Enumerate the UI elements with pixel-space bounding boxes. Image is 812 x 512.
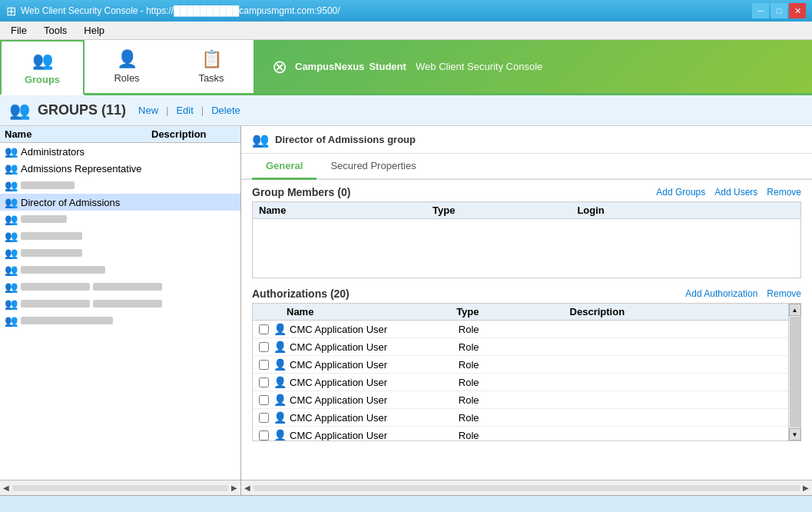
list-item[interactable]: 👥: [0, 177, 240, 194]
menu-tools[interactable]: Tools: [36, 23, 75, 38]
auth-type: Role: [459, 359, 572, 371]
title-bar: ⊞ Web Client Security Console - https://…: [0, 0, 812, 22]
scroll-right-btn[interactable]: ▶: [803, 484, 809, 492]
auth-type: Role: [459, 412, 572, 424]
delete-button[interactable]: Delete: [211, 105, 240, 116]
groups-title: GROUPS (11): [38, 102, 126, 118]
scroll-left-arrow[interactable]: ◀: [3, 484, 9, 492]
group-name: Admissions Representative: [21, 163, 236, 175]
auth-checkbox[interactable]: [259, 395, 269, 405]
group-detail-title: Director of Admissions group: [275, 134, 416, 145]
roles-tab-icon: 👤: [117, 49, 138, 69]
add-authorization-link[interactable]: Add Authorization: [685, 288, 757, 299]
auth-checkbox[interactable]: [259, 360, 269, 370]
auth-checkbox[interactable]: [259, 342, 269, 352]
user-icon: 👤: [273, 341, 287, 353]
product-name: Student: [369, 61, 406, 72]
right-panel-header: 👥 Director of Admissions group: [241, 126, 812, 154]
list-item[interactable]: 👥: [0, 244, 240, 261]
tab-secured-properties[interactable]: Secured Properties: [317, 154, 429, 180]
user-icon: 👤: [273, 358, 287, 371]
scroll-right-arrow[interactable]: ▶: [231, 484, 237, 492]
user-icon: 👤: [273, 429, 287, 441]
group-icon: 👥: [5, 230, 18, 242]
auth-type: Role: [459, 394, 572, 406]
list-item[interactable]: 👥: [0, 312, 240, 329]
right-panel-inner: Group Members (0) Add Groups Add Users R…: [241, 180, 812, 480]
add-groups-link[interactable]: Add Groups: [656, 187, 705, 198]
brand-name: CampusNexus: [295, 61, 364, 72]
status-bar: [0, 495, 812, 512]
auth-name: CMC Application User: [290, 412, 459, 424]
auth-row: 👤 CMC Application User Role: [253, 427, 788, 441]
auth-checkbox[interactable]: [259, 377, 269, 387]
auth-checkbox[interactable]: [259, 413, 269, 423]
tab-tasks[interactable]: 📋 Tasks: [169, 40, 254, 93]
scroll-left-btn[interactable]: ◀: [244, 484, 250, 492]
remove-auth-link[interactable]: Remove: [767, 288, 801, 299]
list-item[interactable]: 👥: [0, 295, 240, 312]
auth-table: Name Type Description 👤 CMC Application …: [253, 304, 788, 441]
auth-row: 👤 CMC Application User Role: [253, 409, 788, 427]
list-item[interactable]: 👥: [0, 211, 240, 228]
list-item[interactable]: 👥 Administrators: [0, 143, 240, 160]
auth-type: Role: [459, 324, 572, 335]
tab-groups[interactable]: 👥 Groups: [0, 40, 85, 95]
auth-name: CMC Application User: [290, 324, 459, 335]
menu-help[interactable]: Help: [76, 23, 112, 38]
app-icon: ⊞: [6, 4, 16, 18]
auth-checkbox[interactable]: [259, 324, 269, 334]
auth-col-desc: Description: [570, 306, 782, 318]
auth-row: 👤 CMC Application User Role: [253, 374, 788, 391]
main-content: Name Description 👥 Administrators 👥 Admi…: [0, 126, 812, 495]
scroll-up-btn[interactable]: ▲: [789, 304, 801, 316]
scroll-down-btn[interactable]: ▼: [789, 428, 801, 441]
new-button[interactable]: New: [138, 105, 158, 116]
members-section-title: Group Members (0): [252, 186, 350, 198]
list-item-selected[interactable]: 👥 Director of Admissions: [0, 194, 240, 211]
list-item[interactable]: 👥 Admissions Representative: [0, 160, 240, 177]
close-button[interactable]: ✕: [789, 3, 806, 18]
secured-tab-label: Secured Properties: [330, 160, 416, 171]
list-item[interactable]: 👥: [0, 228, 240, 244]
auth-section-title: Authorizations (20): [252, 288, 350, 300]
add-users-link[interactable]: Add Users: [714, 187, 757, 198]
auth-col-type: Type: [456, 306, 569, 318]
brand-logo: ⊗: [272, 56, 287, 78]
user-icon: 👤: [273, 411, 287, 424]
remove-members-link[interactable]: Remove: [767, 187, 801, 198]
group-icon: 👥: [5, 264, 18, 276]
menu-file[interactable]: File: [3, 23, 35, 38]
groups-header-icon: 👥: [9, 101, 30, 121]
auth-scrollbar: ▲ ▼: [788, 304, 800, 441]
left-panel-scrollbar: ◀ ▶: [0, 480, 240, 495]
auth-type: Role: [459, 377, 572, 388]
minimize-button[interactable]: ─: [752, 3, 769, 18]
auth-name: CMC Application User: [290, 377, 459, 388]
group-name: [21, 231, 236, 242]
auth-table-header: Name Type Description: [253, 304, 788, 321]
tab-general[interactable]: General: [252, 154, 317, 180]
group-icon: 👥: [5, 179, 18, 191]
auth-table-container: Name Type Description 👤 CMC Application …: [252, 303, 801, 441]
list-item[interactable]: 👥: [0, 261, 240, 278]
members-section-header: Group Members (0) Add Groups Add Users R…: [252, 186, 801, 198]
group-icon: 👥: [5, 145, 18, 158]
restore-button[interactable]: □: [771, 3, 787, 18]
auth-checkbox[interactable]: [259, 431, 269, 441]
user-icon: 👤: [273, 394, 287, 406]
scrollbar-thumb[interactable]: [790, 317, 800, 427]
tasks-tab-label: Tasks: [198, 72, 224, 84]
group-name: [21, 283, 236, 291]
group-members-section: Group Members (0) Add Groups Add Users R…: [241, 180, 812, 281]
list-item[interactable]: 👥: [0, 278, 240, 295]
group-icon: 👥: [5, 196, 18, 208]
menu-bar: File Tools Help: [0, 22, 812, 40]
right-panel-hscroll: ◀ ▶: [241, 480, 812, 495]
edit-button[interactable]: Edit: [176, 105, 193, 116]
user-icon: 👤: [273, 323, 287, 335]
members-table: Name Type Login: [252, 201, 801, 278]
tab-roles[interactable]: 👤 Roles: [85, 40, 169, 93]
groups-header: 👥 GROUPS (11) New | Edit | Delete: [0, 95, 812, 126]
group-name: [21, 300, 236, 308]
